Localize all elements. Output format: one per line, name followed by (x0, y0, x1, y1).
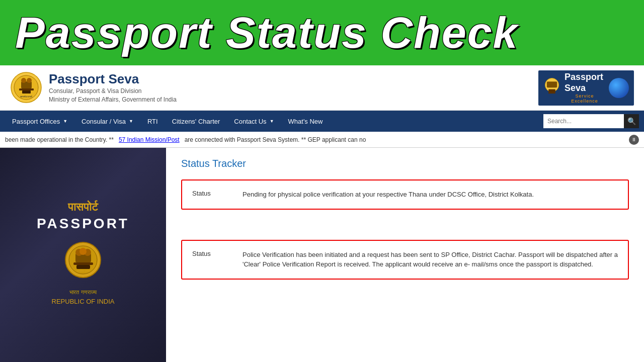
status-value-2: Police Verification has been initiated a… (243, 250, 618, 269)
nav-consular-visa[interactable]: Consular / Visa ▼ (74, 111, 140, 132)
national-emblem-icon: सत्यमेव जयते (10, 71, 43, 104)
badge-subtitle: Service Excellence (565, 94, 605, 104)
dropdown-caret-icon: ▼ (63, 119, 67, 124)
svg-rect-18 (76, 265, 90, 269)
passport-footer: भारत गणराज्य REPUBLIC OF INDIA (52, 288, 115, 306)
search-area: 🔍 (543, 114, 639, 128)
svg-rect-5 (19, 88, 34, 90)
tagline-line2: Ministry of External Affairs, Government… (49, 96, 177, 104)
dropdown-caret-icon: ▼ (270, 119, 274, 124)
logo-area: सत्यमेव जयते Passport Seva Consular, Pas… (10, 71, 538, 104)
status-box-1: Status Pending for physical police verif… (181, 179, 629, 210)
svg-rect-10 (548, 89, 555, 94)
ticker-text-before: been made operational in the Country. ** (5, 136, 114, 143)
site-header: सत्यमेव जयते Passport Seva Consular, Pas… (0, 65, 644, 111)
passport-image-area: पासपोर्ट PASSPORT सत्यमेव जयते भारत गण (0, 148, 166, 362)
svg-point-4 (27, 78, 32, 83)
badge-text-area: Passport Seva Service Excellence (565, 72, 605, 104)
svg-rect-6 (22, 90, 31, 94)
svg-rect-17 (73, 262, 93, 265)
top-banner: Passport Status Check (0, 0, 644, 65)
status-label-2: Status (192, 250, 232, 269)
status-tracker-title: Status Tracker (181, 158, 629, 169)
tagline-line1: Consular, Passport & Visa Division (49, 87, 177, 96)
spacer (181, 220, 629, 240)
passport-footer-english: REPUBLIC OF INDIA (52, 297, 115, 307)
passport-book: पासपोर्ट PASSPORT सत्यमेव जयते भारत गण (0, 148, 166, 362)
passport-seva-badge: Passport Seva Service Excellence (538, 70, 634, 106)
search-input[interactable] (543, 114, 624, 128)
nav-contact-us[interactable]: Contact Us ▼ (227, 111, 281, 132)
ticker-link[interactable]: 57 Indian Mission/Post (119, 136, 180, 143)
nav-passport-offices[interactable]: Passport Offices ▼ (5, 111, 74, 132)
globe-icon (609, 78, 629, 98)
status-box-2: Status Police Verification has been init… (181, 240, 629, 280)
banner-title: Passport Status Check (15, 7, 519, 58)
svg-point-3 (21, 78, 26, 83)
nav-whats-new[interactable]: What's New (281, 111, 330, 132)
svg-text:सत्यमेव जयते: सत्यमेव जयते (75, 269, 90, 273)
passport-english-text: PASSPORT (37, 216, 129, 232)
svg-text:सत्यमेव जयते: सत्यमेव जयते (20, 95, 32, 98)
passport-hindi-text: पासपोर्ट (68, 201, 98, 214)
status-value-1: Pending for physical police verification… (243, 190, 534, 200)
logo-text: Passport Seva Consular, Passport & Visa … (49, 71, 177, 104)
passport-emblem-icon: सत्यमेव जयते (64, 241, 102, 279)
badge-title: Passport Seva (565, 72, 605, 94)
right-content: Status Tracker Status Pending for physic… (166, 148, 644, 362)
passport-emblem: सत्यमेव जयते (63, 240, 103, 280)
svg-rect-9 (547, 81, 557, 87)
badge-emblem-icon (543, 75, 560, 101)
svg-point-16 (79, 248, 87, 255)
search-button[interactable]: 🔍 (624, 114, 639, 128)
ticker-pause-button[interactable] (629, 135, 639, 145)
site-name: Passport Seva (49, 71, 177, 87)
nav-rti[interactable]: RTI (140, 111, 165, 132)
main-content: पासपोर्ट PASSPORT सत्यमेव जयते भारत गण (0, 148, 644, 362)
passport-footer-hindi: भारत गणराज्य (52, 288, 115, 297)
ticker-text-after: are connected with Passport Seva System.… (185, 136, 366, 143)
nav-citizens-charter[interactable]: Citizens' Charter (165, 111, 227, 132)
dropdown-caret-icon: ▼ (129, 119, 133, 124)
navbar: Passport Offices ▼ Consular / Visa ▼ RTI… (0, 111, 644, 132)
status-label-1: Status (192, 190, 232, 200)
news-ticker: been made operational in the Country. **… (0, 132, 644, 148)
